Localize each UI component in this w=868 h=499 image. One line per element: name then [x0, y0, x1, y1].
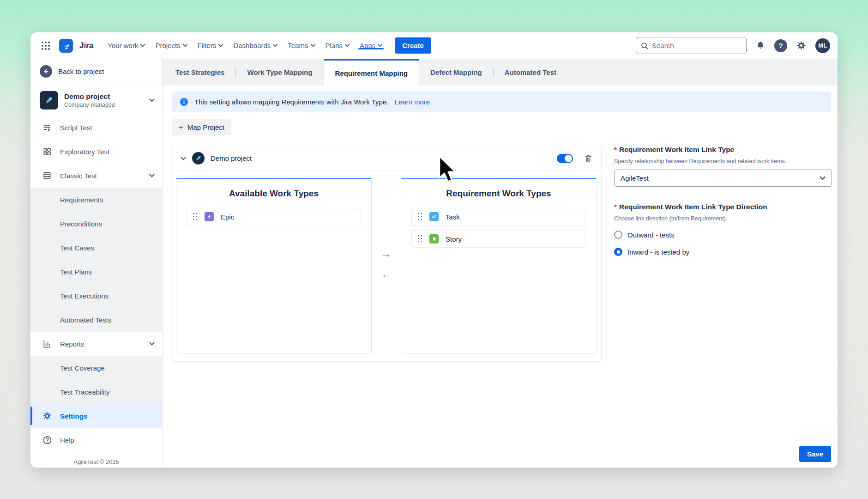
- link-type-select[interactable]: AgileTest: [614, 170, 832, 187]
- sidebar-item-reports[interactable]: Reports: [30, 332, 162, 356]
- drag-handle-icon[interactable]: [418, 213, 422, 220]
- plus-icon: [179, 123, 183, 131]
- map-project-label: Map Project: [187, 123, 224, 131]
- nav-teams[interactable]: Teams: [283, 42, 320, 49]
- sidebar-item-test-cases[interactable]: Test Cases: [30, 236, 162, 260]
- requirement-work-types-panel: Requirement Work Types Task: [401, 178, 597, 353]
- tab-automated-test[interactable]: Automated Test: [494, 59, 567, 85]
- drag-handle-icon[interactable]: [418, 235, 422, 243]
- radio-outward-tests[interactable]: Outward - tests: [614, 231, 832, 239]
- direction-title: Requirement Work Item Link Type Directio…: [614, 203, 832, 211]
- search-icon: [641, 42, 648, 49]
- back-to-project[interactable]: Back to project: [30, 59, 162, 84]
- nav-your-work[interactable]: Your work: [102, 42, 150, 49]
- trash-icon[interactable]: [584, 154, 593, 163]
- exploratory-test-icon: [42, 147, 53, 156]
- radio-icon[interactable]: [614, 231, 622, 239]
- search-box[interactable]: [636, 37, 747, 54]
- tab-requirement-mapping[interactable]: Requirement Mapping: [324, 59, 419, 85]
- sidebar-item-preconditions[interactable]: Preconditions: [30, 212, 162, 236]
- rocket-icon: [40, 91, 58, 110]
- radio-label: Inward - is tested by: [627, 248, 689, 256]
- radio-inward-is-tested-by[interactable]: Inward - is tested by: [614, 248, 832, 256]
- help-icon[interactable]: ?: [774, 39, 787, 52]
- classic-test-icon: [42, 171, 53, 180]
- banner-text: This setting allows mapping Requirements…: [194, 98, 388, 106]
- sidebar-footer: AgileTest © 2025: [30, 452, 162, 468]
- link-type-description: Specify relationship between Requirement…: [614, 158, 832, 164]
- sidebar-item-test-traceability[interactable]: Test Traceability: [30, 380, 162, 404]
- reports-icon: [42, 339, 53, 348]
- sidebar-item-label: Reports: [60, 340, 142, 348]
- drag-handle-icon[interactable]: [193, 213, 198, 220]
- tab-work-type-mapping[interactable]: Work Type Mapping: [236, 59, 323, 85]
- nav-filters[interactable]: Filters: [193, 42, 229, 49]
- save-button[interactable]: Save: [799, 446, 831, 462]
- back-arrow-icon: [40, 65, 52, 78]
- tab-defect-mapping[interactable]: Defect Mapping: [419, 59, 493, 85]
- project-meta: Demo project Company-managed: [64, 92, 143, 108]
- info-icon: [180, 97, 188, 106]
- nav-apps[interactable]: Apps: [355, 42, 387, 49]
- settings-gear-icon: [42, 411, 53, 421]
- gear-icon[interactable]: [796, 40, 807, 51]
- app-switcher-icon[interactable]: [38, 38, 54, 54]
- sidebar-item-classic-test[interactable]: Classic Test: [30, 164, 162, 188]
- link-type-value: AgileTest: [621, 174, 649, 182]
- chevron-down-icon: [149, 174, 155, 177]
- mapping-card-header: Demo project: [172, 146, 601, 171]
- learn-more-link[interactable]: Learn more: [394, 98, 430, 106]
- project-name: Demo project: [64, 92, 143, 101]
- tab-bar: Test Strategies Work Type Mapping Requir…: [163, 59, 838, 85]
- direction-description: Choose link direction (to/from Requireme…: [614, 215, 832, 222]
- move-left-arrow-icon[interactable]: [381, 269, 392, 280]
- help-circle-icon: [42, 435, 53, 445]
- requirement-panel-title: Requirement Work Types: [401, 179, 596, 204]
- sidebar-item-settings[interactable]: Settings: [30, 404, 162, 428]
- work-type-label: Story: [446, 235, 462, 243]
- sidebar-item-help[interactable]: Help: [30, 428, 162, 452]
- main-area: Test Strategies Work Type Mapping Requir…: [163, 59, 838, 468]
- nav-projects[interactable]: Projects: [150, 42, 192, 49]
- story-icon: [429, 234, 439, 243]
- sidebar-item-label: Classic Test: [60, 172, 142, 180]
- app-window: Jira Your work Projects Filters Dashboar…: [30, 32, 838, 468]
- sidebar-item-automated-tests[interactable]: Automated Tests: [30, 308, 162, 332]
- mapping-enabled-toggle[interactable]: [557, 154, 573, 163]
- task-icon: [429, 212, 439, 221]
- script-test-icon: [42, 123, 53, 133]
- move-right-arrow-icon[interactable]: [381, 249, 392, 259]
- jira-logo-icon[interactable]: [59, 39, 73, 53]
- topbar-left: Jira Your work Projects Filters Dashboar…: [38, 32, 431, 59]
- collapse-chevron-icon[interactable]: [181, 157, 186, 160]
- work-type-item-task[interactable]: Task: [411, 208, 586, 225]
- link-type-title: Requirement Work Item Link Type: [614, 146, 832, 154]
- create-button[interactable]: Create: [395, 37, 431, 54]
- sidebar-item-label: Settings: [60, 412, 155, 420]
- map-project-button[interactable]: Map Project: [172, 119, 231, 135]
- tab-test-strategies[interactable]: Test Strategies: [164, 59, 235, 85]
- sidebar-item-test-executions[interactable]: Test Executions: [30, 284, 162, 308]
- sidebar-item-test-plans[interactable]: Test Plans: [30, 260, 162, 284]
- nav-plans[interactable]: Plans: [320, 42, 355, 49]
- work-type-item-epic[interactable]: Epic: [187, 208, 361, 225]
- mapping-card-body: Available Work Types Epic: [172, 171, 601, 361]
- sidebar-item-label: Exploratory Test: [60, 148, 155, 156]
- available-panel-title: Available Work Types: [176, 179, 371, 204]
- back-to-project-label: Back to project: [58, 67, 104, 75]
- project-header[interactable]: Demo project Company-managed: [30, 84, 162, 116]
- sidebar-item-exploratory-test[interactable]: Exploratory Test: [30, 140, 162, 164]
- sidebar-item-script-test[interactable]: Script Test: [30, 116, 162, 140]
- top-navigation-bar: Jira Your work Projects Filters Dashboar…: [30, 32, 838, 59]
- project-mapping-card: Demo project Available Work Types: [172, 146, 602, 362]
- sidebar-item-test-coverage[interactable]: Test Coverage: [30, 356, 162, 380]
- nav-dashboards[interactable]: Dashboards: [228, 42, 283, 49]
- mapped-project-name: Demo project: [211, 154, 551, 162]
- user-avatar[interactable]: ML: [815, 38, 830, 53]
- notification-bell-icon[interactable]: [755, 41, 766, 51]
- work-type-item-story[interactable]: Story: [411, 230, 586, 248]
- radio-checked-icon[interactable]: [614, 248, 622, 256]
- sidebar-item-requirements[interactable]: Requirements: [30, 188, 162, 212]
- search-input[interactable]: [652, 42, 730, 49]
- chevron-down-icon: [149, 342, 155, 346]
